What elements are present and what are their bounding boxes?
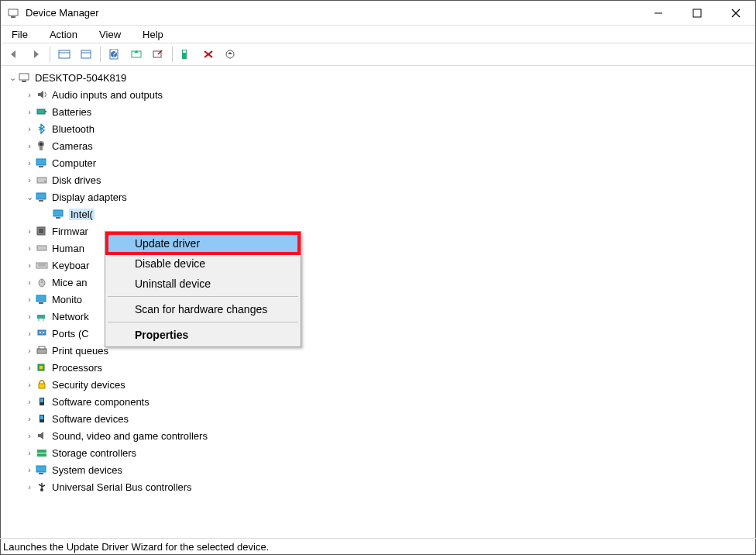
camera-icon [35, 140, 49, 152]
network-icon [35, 310, 49, 322]
close-button[interactable] [716, 1, 755, 25]
tree-item-disk-drives[interactable]: › Disk drives [7, 171, 755, 188]
svg-rect-51 [37, 349, 46, 353]
disable-device-button[interactable] [148, 45, 168, 64]
computer-icon [18, 71, 32, 84]
expander-icon[interactable]: › [24, 482, 35, 491]
tree-item-software-components[interactable]: › Software components [7, 393, 755, 410]
expander-icon[interactable]: › [24, 414, 35, 423]
disk-icon [35, 174, 49, 186]
expander-icon[interactable]: › [24, 363, 35, 372]
expander-icon[interactable]: › [24, 448, 35, 457]
tree-item-label: Ports (C [52, 328, 89, 340]
menu-file[interactable]: File [7, 27, 33, 42]
tree-item-processors[interactable]: › Processors [7, 359, 755, 376]
svg-rect-16 [183, 50, 186, 53]
menu-view[interactable]: View [94, 27, 125, 42]
usb-icon [35, 481, 49, 493]
svg-rect-0 [9, 9, 18, 16]
expander-icon[interactable]: › [24, 312, 35, 321]
tree-item-label: Display adapters [52, 191, 127, 203]
expander-icon[interactable]: › [24, 397, 35, 406]
system-icon [35, 464, 49, 476]
expander-icon[interactable]: › [24, 243, 35, 253]
tree-item-computer[interactable]: › Computer [7, 154, 755, 171]
properties-button[interactable] [76, 45, 96, 64]
monitor-icon [35, 157, 49, 169]
svg-rect-59 [40, 415, 43, 419]
context-menu: Update driver Disable device Uninstall d… [105, 231, 301, 347]
svg-rect-57 [40, 398, 43, 402]
svg-point-25 [40, 143, 43, 146]
tree-item-display-adapters[interactable]: ⌄ Display adapters [7, 188, 755, 205]
device-manager-icon [7, 7, 19, 19]
tree-item-storage-controllers[interactable]: › Storage controllers [7, 444, 755, 461]
context-separator [108, 296, 298, 297]
tree-item-label: Audio inputs and outputs [52, 89, 163, 101]
expander-icon[interactable]: › [24, 226, 35, 236]
expander-icon[interactable]: › [24, 124, 35, 133]
forward-button[interactable] [26, 45, 46, 64]
expander-icon[interactable]: › [24, 278, 35, 287]
monitor-icon [35, 293, 49, 305]
tree-item-cameras[interactable]: › Cameras [7, 137, 755, 154]
expander-icon[interactable]: › [24, 141, 35, 150]
context-scan-hardware[interactable]: Scan for hardware changes [107, 299, 299, 319]
expander-icon[interactable]: › [24, 431, 35, 440]
svg-rect-61 [37, 453, 46, 457]
tree-root[interactable]: ⌄ DESKTOP-504K819 [7, 69, 755, 86]
display-adapter-icon [35, 191, 49, 203]
security-icon [35, 378, 49, 391]
expander-icon[interactable]: › [24, 380, 35, 389]
expander-icon[interactable]: › [24, 107, 35, 116]
show-hide-console-button[interactable] [54, 45, 74, 64]
svg-point-30 [44, 181, 46, 182]
expander-icon[interactable]: ⌄ [24, 192, 35, 202]
update-driver-button[interactable] [126, 45, 146, 64]
tree-item-batteries[interactable]: › Batteries [7, 103, 755, 120]
tree-item-intel-uhd[interactable]: Intel( [7, 205, 755, 222]
tree-item-label: Security devices [52, 379, 125, 391]
tree-item-usb-controllers[interactable]: › Universal Serial Bus controllers [7, 478, 755, 495]
tree-item-label: Storage controllers [52, 447, 136, 459]
maximize-button[interactable] [678, 1, 716, 25]
context-update-driver[interactable]: Update driver [107, 233, 299, 253]
svg-rect-31 [36, 193, 46, 199]
scan-for-hardware-button[interactable] [177, 45, 197, 64]
uninstall-device-button[interactable] [198, 45, 218, 64]
tree-item-label: Disk drives [52, 174, 101, 186]
expander-icon[interactable]: › [24, 465, 35, 474]
context-uninstall-device[interactable]: Uninstall device [107, 274, 299, 294]
tree-item-label: Human [52, 243, 84, 254]
tree-item-software-devices[interactable]: › Software devices [7, 410, 755, 427]
tree-item-label: Processors [52, 362, 102, 374]
expander-icon[interactable]: ⌄ [7, 73, 18, 83]
tree-item-label: Batteries [52, 106, 91, 118]
back-button[interactable] [4, 45, 24, 64]
add-legacy-hardware-button[interactable] [220, 45, 240, 64]
expander-icon[interactable]: › [24, 329, 35, 338]
tree-item-bluetooth[interactable]: › Bluetooth [7, 120, 755, 137]
titlebar: Device Manager [1, 1, 755, 26]
help-button[interactable]: ? [105, 45, 125, 64]
menu-help[interactable]: Help [138, 27, 168, 42]
expander-icon[interactable]: › [24, 158, 35, 167]
tree-item-security[interactable]: › Security devices [7, 376, 755, 393]
tree-item-audio[interactable]: › Audio inputs and outputs [7, 86, 755, 103]
tree-item-sound-video-game[interactable]: › Sound, video and game controllers [7, 427, 755, 444]
svg-rect-48 [38, 330, 46, 335]
context-disable-device[interactable]: Disable device [107, 253, 299, 274]
tree-item-system-devices[interactable]: › System devices [7, 461, 755, 478]
mouse-icon [35, 276, 49, 288]
expander-icon[interactable]: › [24, 175, 35, 184]
svg-rect-3 [693, 9, 701, 17]
expander-icon[interactable]: › [24, 260, 35, 270]
expander-icon[interactable]: › [24, 346, 35, 355]
window-title: Device Manager [26, 7, 639, 19]
tree-item-label: Network [52, 311, 89, 322]
expander-icon[interactable]: › [24, 90, 35, 99]
menu-action[interactable]: Action [45, 27, 82, 42]
context-properties[interactable]: Properties [107, 325, 299, 345]
expander-icon[interactable]: › [24, 295, 35, 304]
minimize-button[interactable] [639, 1, 678, 25]
